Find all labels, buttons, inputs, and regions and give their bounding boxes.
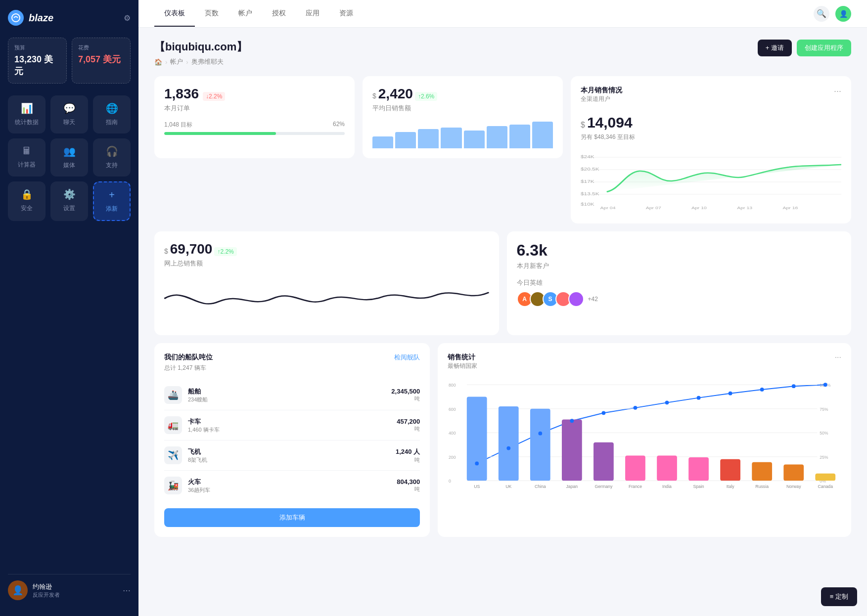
orders-progress-fill (164, 132, 276, 135)
nav-item-add[interactable]: +添新 (93, 181, 131, 221)
nav-item-chat[interactable]: 💬聊天 (50, 95, 88, 133)
nav-item-analytics[interactable]: 📊统计数据 (8, 95, 46, 133)
create-app-button[interactable]: 创建应用程序 (797, 40, 851, 56)
bar-China (530, 409, 550, 481)
monthly-sales-subtitle: 全渠道用户 (581, 95, 622, 103)
sales-stats-more-icon[interactable]: ··· (835, 353, 841, 362)
fleet-item-detail-2: 8架飞机 (188, 456, 390, 464)
total-sales-label: 网上总销售额 (164, 259, 489, 268)
bar-chart-container: 0%025%20050%40075%600100%800USUKChinaJap… (448, 378, 841, 487)
topnav-tabs: 仪表板页数帐户授权应用资源 (154, 1, 363, 27)
svg-text:$17K: $17K (581, 178, 594, 183)
page-header: 【biqubiqu.com】 🏠 › 帐户 › 奥弗维耶夫 + 邀请 创建应用程… (154, 40, 851, 66)
monthly-sales-sub2: 另有 $48,346 至目标 (581, 133, 841, 141)
nav-item-guide[interactable]: 🌐指南 (93, 95, 131, 133)
nav-item-security[interactable]: 🔒安全 (8, 181, 46, 221)
customize-button[interactable]: ≡ 定制 (821, 587, 857, 606)
bar-Germany (593, 442, 614, 481)
tab-pages[interactable]: 页数 (195, 1, 228, 27)
avg-sales-card: $ 2,420 ↑2.6% 平均日销售额 (363, 76, 563, 158)
heroes-section: 今日英雄 AS +42 (517, 278, 842, 307)
user-avatar-topnav[interactable]: 👤 (835, 6, 851, 22)
nav-item-settings[interactable]: ⚙️设置 (50, 181, 88, 221)
x-label-India: India (662, 484, 672, 489)
cum-dot-India (665, 400, 669, 404)
user-menu-icon[interactable]: ⋯ (123, 586, 131, 595)
tab-auth[interactable]: 授权 (262, 1, 296, 27)
topnav: 仪表板页数帐户授权应用资源 🔍 👤 (138, 0, 867, 28)
fleet-item-name-0: 船舶 (188, 387, 385, 396)
total-sales-card: $ 69,700 ↑2.2% 网上总销售额 (154, 231, 499, 335)
svg-text:$13.5K: $13.5K (581, 191, 599, 196)
x-label-Japan: Japan (566, 484, 578, 489)
cum-dot-Canada (823, 383, 827, 387)
fleet-item-0: 🚢 船舶 234艘船 2,345,500 吨 (164, 380, 420, 410)
avg-currency: $ (372, 92, 376, 100)
nav-item-media[interactable]: 👥媒体 (50, 138, 88, 176)
orders-progress: 1,048 目标 62% (164, 121, 345, 135)
orders-progress-pct: 62% (333, 121, 345, 129)
heroes-count: +42 (588, 296, 598, 303)
bar-Canada (816, 474, 836, 481)
tab-resources[interactable]: 资源 (329, 1, 363, 27)
sales-stats-title: 销售统计 (448, 353, 477, 362)
expense-label: 花费 (78, 44, 124, 51)
nav-item-support[interactable]: 🎧支持 (93, 138, 131, 176)
total-sales-change: ↑2.2% (214, 247, 236, 256)
mini-bar-5 (487, 126, 507, 148)
fleet-link[interactable]: 检阅舰队 (394, 353, 420, 362)
fleet-item-amount-3: 804,300 (397, 478, 420, 485)
cum-dot-Russia (760, 388, 764, 392)
fleet-item-name-2: 飞机 (188, 447, 390, 456)
fleet-item-icon-1: 🚛 (164, 416, 182, 434)
monthly-sales-more-icon[interactable]: ··· (834, 86, 841, 96)
budget-card: 预算 13,230 美元 (8, 38, 67, 84)
sidebar-logo: blaze ⚙ (8, 10, 131, 26)
fleet-item-unit-0: 吨 (391, 395, 420, 402)
nav-grid: 📊统计数据💬聊天🌐指南🖩计算器👥媒体🎧支持🔒安全⚙️设置+添新 (8, 95, 131, 221)
avg-sales-label: 平均日销售额 (372, 104, 553, 113)
fleet-item-icon-0: 🚢 (164, 386, 182, 404)
fleet-item-name-1: 卡车 (188, 417, 391, 426)
security-icon: 🔒 (21, 188, 33, 200)
x-label-Russia: Russia (756, 484, 769, 489)
monthly-sales-chart: $24K $20.5K $17K $13.5K $10K Apr 04 Apr … (581, 147, 841, 212)
wave-chart (164, 274, 489, 323)
tab-accounts[interactable]: 帐户 (228, 1, 262, 27)
fleet-item-detail-0: 234艘船 (188, 396, 385, 403)
orders-value: 1,836 (164, 86, 199, 102)
hero-avatar-4 (568, 291, 584, 307)
invite-button[interactable]: + 邀请 (758, 40, 792, 56)
bar-UK (499, 406, 519, 481)
fleet-add-button[interactable]: 添加车辆 (164, 508, 420, 527)
main-content: 仪表板页数帐户授权应用资源 🔍 👤 【biqubiqu.com】 🏠 › 帐户 … (138, 0, 867, 616)
logo-text: blaze (29, 12, 53, 24)
expense-card: 花费 7,057 美元 (72, 38, 131, 84)
x-label-Norway: Norway (786, 484, 801, 489)
svg-text:Apr 10: Apr 10 (691, 206, 707, 210)
user-avatar: 👤 (8, 580, 28, 600)
nav-item-calculator[interactable]: 🖩计算器 (8, 138, 46, 176)
breadcrumb-home: 🏠 (154, 58, 162, 66)
page-header-actions: + 邀请 创建应用程序 (758, 40, 851, 56)
sales-stats-sub: 最畅销国家 (448, 362, 477, 370)
fleet-item-name-3: 火车 (188, 478, 391, 486)
mini-bar-0 (372, 136, 393, 148)
bottom-row: 我们的船队吨位 检阅舰队 总计 1,247 辆车 🚢 船舶 234艘船 2,34… (154, 343, 851, 537)
heroes-label: 今日英雄 (517, 278, 842, 287)
fleet-item-amount-2: 1,240 人 (396, 447, 420, 456)
total-sales-value: 69,700 (170, 241, 213, 257)
breadcrumb-current: 奥弗维耶夫 (191, 57, 224, 66)
search-icon[interactable]: 🔍 (814, 6, 829, 22)
sidebar-settings-icon[interactable]: ⚙ (124, 13, 131, 23)
sales-stats-card: 销售统计 最畅销国家 ··· 0%025%20050%40075%600100%… (438, 343, 851, 537)
new-customers-label: 本月新客户 (517, 262, 842, 270)
x-label-US: US (474, 484, 480, 489)
tab-apps[interactable]: 应用 (296, 1, 329, 27)
cum-dot-Norway (792, 384, 796, 388)
fleet-item-3: 🚂 火车 36趟列车 804,300 吨 (164, 471, 420, 500)
fleet-item-unit-3: 吨 (397, 485, 420, 493)
tab-dashboard[interactable]: 仪表板 (154, 1, 195, 27)
breadcrumb: 🏠 › 帐户 › 奥弗维耶夫 (154, 57, 247, 66)
cum-dot-Italy (729, 392, 732, 396)
